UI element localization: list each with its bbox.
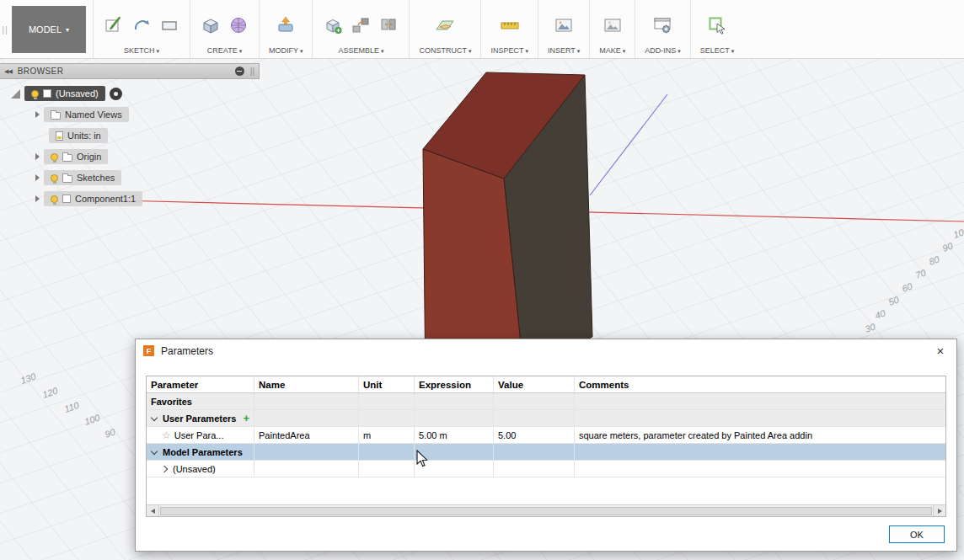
scroll-left-button[interactable]: [147, 505, 159, 516]
toolbar-group-insert: INSERT: [538, 0, 589, 58]
column-header: Expression: [415, 376, 494, 392]
make-3d-print-icon[interactable]: [602, 14, 624, 36]
chevron-down-icon[interactable]: [151, 413, 158, 420]
measure-icon[interactable]: [499, 14, 521, 36]
tree-item-label: Sketches: [77, 173, 115, 183]
dialog-titlebar[interactable]: Parameters: [136, 339, 956, 362]
toolbar-group-label[interactable]: MODIFY: [269, 46, 303, 55]
joint-icon[interactable]: [350, 14, 372, 36]
browser-drag-handle[interactable]: ||: [250, 67, 254, 76]
value-cell: 5.00: [494, 427, 575, 443]
toolbar-group-label[interactable]: INSERT: [548, 46, 580, 55]
tree-item-label: Named Views: [65, 109, 122, 120]
visibility-bulb-icon[interactable]: [51, 153, 58, 161]
tree-item[interactable]: Component1:1: [44, 191, 142, 206]
units-document-icon: [56, 131, 63, 141]
parameters-dialog: Parameters Parameter Name Unit Expressio…: [135, 339, 957, 552]
insert-canvas-icon[interactable]: [553, 14, 575, 36]
toolbar-group-label[interactable]: INSPECT: [490, 46, 528, 55]
tree-row-component[interactable]: Component1:1: [0, 190, 260, 207]
expanded-corner-icon[interactable]: [11, 89, 20, 99]
tree-item[interactable]: Origin: [44, 149, 108, 164]
press-pull-icon[interactable]: [275, 14, 297, 36]
scroll-right-button[interactable]: [933, 505, 945, 516]
chevron-right-icon[interactable]: [161, 465, 168, 472]
create-box-icon[interactable]: [200, 14, 222, 36]
chevron-right-icon[interactable]: [35, 153, 40, 160]
arrow-right-icon: [938, 509, 942, 514]
table-row-user-parameters[interactable]: User Parameters +: [147, 410, 945, 427]
folder-icon: [51, 112, 61, 120]
horizontal-scrollbar[interactable]: [147, 504, 945, 516]
create-sketch-icon[interactable]: [103, 14, 125, 36]
toolbar-group-modify: MODIFY: [259, 0, 312, 58]
toolbar-group-label[interactable]: CREATE: [207, 46, 242, 55]
expression-cell[interactable]: 5.00 m: [415, 427, 494, 443]
component-icon: [62, 195, 71, 203]
select-cursor-icon[interactable]: [706, 14, 728, 36]
tree-item-label: Origin: [77, 152, 101, 162]
tree-row-sketches[interactable]: Sketches: [0, 169, 260, 186]
column-header: Unit: [359, 376, 415, 392]
favorite-star-icon[interactable]: ☆: [162, 429, 171, 441]
toolbar-group-assemble: ASSEMBLE: [312, 0, 409, 58]
table-row-paintedarea[interactable]: ☆ User Para... PaintedArea m 5.00 m 5.00…: [147, 427, 945, 444]
root-document-label: (Unsaved): [56, 88, 99, 99]
table-row-favorites[interactable]: Favorites: [147, 393, 945, 410]
ok-button[interactable]: OK: [889, 525, 945, 543]
toolbar-group-make: MAKE: [589, 0, 635, 58]
visibility-bulb-icon[interactable]: [51, 174, 58, 182]
unit-cell[interactable]: m: [359, 427, 415, 443]
tree-row-origin[interactable]: Origin: [0, 148, 260, 165]
tree-row-named-views[interactable]: Named Views: [0, 106, 260, 123]
folder-icon: [62, 175, 72, 183]
row-label: Model Parameters: [163, 447, 243, 457]
row-label: Favorites: [151, 397, 192, 407]
sketch-spline-icon[interactable]: [131, 14, 153, 36]
column-header: Comments: [575, 376, 945, 392]
as-built-joint-icon[interactable]: [378, 14, 399, 36]
row-label: (Unsaved): [173, 464, 216, 474]
toolbar-drag-handle[interactable]: ||: [0, 0, 10, 58]
construction-plane-icon[interactable]: [434, 14, 456, 36]
browser-tree: (Unsaved) Named Views Units: in Origin: [0, 79, 260, 207]
chevron-right-icon[interactable]: [35, 111, 40, 118]
toolbar-group-label[interactable]: MAKE: [599, 46, 625, 55]
add-parameter-icon[interactable]: +: [243, 414, 249, 423]
browser-header[interactable]: ◀◀ BROWSER ||: [0, 63, 260, 79]
parameters-dialog-icon: [143, 345, 154, 356]
toolbar-group-label[interactable]: ASSEMBLE: [338, 46, 383, 55]
tree-item[interactable]: Units: in: [49, 128, 108, 143]
collapse-panel-icon[interactable]: ◀◀: [4, 68, 12, 75]
chevron-right-icon[interactable]: [35, 174, 40, 181]
activate-radio-icon[interactable]: [110, 88, 122, 100]
mouse-cursor: [416, 450, 430, 468]
comments-cell[interactable]: square meters, parameter created by Pain…: [575, 427, 945, 443]
root-document-item[interactable]: (Unsaved): [24, 86, 105, 101]
tree-item[interactable]: Sketches: [44, 170, 121, 185]
new-component-icon[interactable]: [322, 14, 344, 36]
scripts-addins-icon[interactable]: [651, 14, 673, 36]
minimize-browser-icon[interactable]: [235, 67, 244, 76]
workspace-switcher-button[interactable]: MODEL: [12, 6, 86, 53]
tree-row-root[interactable]: (Unsaved): [0, 85, 260, 102]
chevron-right-icon[interactable]: [35, 195, 40, 202]
toolbar-group-label[interactable]: SELECT: [700, 46, 734, 55]
tree-row-units[interactable]: Units: in: [0, 127, 260, 144]
chevron-down-icon[interactable]: [151, 447, 158, 454]
toolbar-group-label[interactable]: SKETCH: [124, 46, 159, 55]
toolbar-group-label[interactable]: CONSTRUCT: [419, 46, 471, 55]
close-icon[interactable]: [932, 344, 949, 358]
table-row-unsaved[interactable]: (Unsaved): [147, 461, 945, 477]
tree-item[interactable]: Named Views: [44, 107, 129, 122]
name-cell[interactable]: PaintedArea: [254, 427, 359, 443]
tree-item-label: Units: in: [67, 131, 101, 141]
sketch-rectangle-icon[interactable]: [158, 14, 180, 36]
visibility-bulb-icon[interactable]: [31, 90, 39, 98]
toolbar-group-label[interactable]: ADD-INS: [645, 46, 680, 55]
table-row-model-parameters[interactable]: Model Parameters: [147, 444, 945, 461]
scrollbar-thumb[interactable]: [160, 507, 932, 515]
create-form-icon[interactable]: [228, 14, 249, 36]
visibility-bulb-icon[interactable]: [51, 195, 58, 203]
toolbar-group-sketch: SKETCH: [93, 0, 190, 58]
